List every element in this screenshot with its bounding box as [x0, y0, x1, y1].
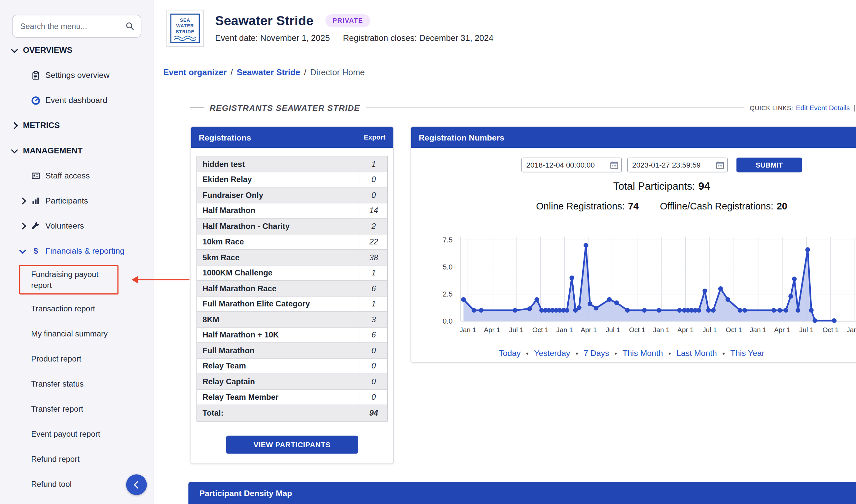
sidebar-item-transfer-report[interactable]: Transfer report — [0, 396, 153, 421]
svg-text:Apr 1: Apr 1 — [484, 326, 500, 334]
table-row-full-marathon-elite-category: Full Marathon Elite Category1 — [197, 296, 387, 312]
breadcrumb: Event organizer/Seawater Stride/Director… — [163, 68, 364, 77]
search-input[interactable] — [12, 15, 141, 38]
export-link[interactable]: Export — [364, 133, 386, 141]
svg-text:$: $ — [34, 247, 38, 255]
calendar-icon[interactable] — [607, 161, 621, 169]
row-label: 8KM — [197, 312, 360, 327]
date-from-input[interactable] — [522, 161, 607, 169]
svg-text:Jan 1: Jan 1 — [556, 326, 573, 334]
breadcrumb-seawater-stride[interactable]: Seawater Stride — [237, 68, 300, 77]
row-value: 22 — [360, 234, 387, 249]
offline-registrations-value: 20 — [777, 200, 787, 212]
svg-text:Apr 1: Apr 1 — [677, 326, 694, 334]
bars-icon — [31, 196, 40, 205]
row-label: hidden test — [197, 156, 360, 171]
row-label: Full Marathon — [197, 343, 360, 358]
table-row-8km: 8KM3 — [197, 312, 387, 327]
table-row-hidden-test: hidden test1 — [197, 156, 387, 172]
row-value: 0 — [360, 359, 387, 373]
wrench-icon — [31, 221, 40, 230]
event-logo: SEA WATER STRIDE — [167, 10, 203, 47]
chevron-down-icon — [19, 247, 26, 254]
row-value: 0 — [360, 374, 387, 389]
submit-button[interactable]: SUBMIT — [736, 158, 802, 173]
annotation-arrow — [132, 276, 189, 283]
row-value: 38 — [360, 250, 387, 265]
sidebar-item-metrics[interactable]: METRICS — [0, 113, 153, 138]
sidebar-collapse-button[interactable] — [126, 474, 147, 495]
registrations-chart: 0.02.55.07.5Jan 1Apr 1Jul 1Oct 1Jan 1Apr… — [425, 233, 856, 340]
range-link-this-year[interactable]: This Year — [730, 348, 764, 358]
table-row-half-marathon-10k: Half Marathon + 10K6 — [197, 327, 387, 343]
date-from-field[interactable] — [521, 158, 622, 173]
sidebar-item-participants[interactable]: Participants — [0, 188, 153, 213]
row-value: 3 — [360, 312, 387, 327]
row-value: 6 — [360, 327, 387, 342]
range-link-yesterday[interactable]: Yesterday — [534, 348, 570, 358]
search-icon[interactable] — [125, 21, 135, 31]
table-row-total: Total:94 — [197, 405, 387, 420]
svg-text:5.0: 5.0 — [443, 263, 453, 271]
table-row-relay-captain: Relay Captain0 — [197, 374, 387, 390]
table-row-1000km-challenge: 1000KM Challenge1 — [197, 265, 387, 281]
sidebar-item-volunteers[interactable]: Volunteers — [0, 213, 153, 238]
sidebar-item-overviews[interactable]: OVERVIEWS — [0, 38, 153, 63]
sidebar-item-settings-overview[interactable]: Settings overview — [0, 63, 153, 88]
sidebar-item-product-report[interactable]: Product report — [0, 346, 153, 372]
sidebar-search — [12, 15, 141, 38]
chevron-left-icon — [134, 481, 141, 488]
event-date-label: Event date: November 1, 2025 — [215, 33, 330, 43]
sidebar-item-event-payout-report[interactable]: Event payout report — [0, 421, 153, 447]
date-to-input[interactable] — [628, 161, 713, 169]
sidebar-item-transfer-status[interactable]: Transfer status — [0, 372, 153, 396]
row-value: 2 — [360, 219, 387, 234]
range-link-this-month[interactable]: This Month — [622, 348, 663, 358]
page-title: Seawater Stride — [215, 13, 313, 29]
row-value: 14 — [360, 203, 387, 218]
row-label: Total: — [197, 405, 360, 420]
range-link-today[interactable]: Today — [499, 348, 520, 358]
row-value: 6 — [360, 281, 387, 295]
svg-text:Apr 1: Apr 1 — [581, 326, 597, 334]
registration-numbers-card-title: Registration Numbers — [419, 133, 504, 142]
svg-text:Oct 1: Oct 1 — [823, 326, 839, 334]
quick-links: QUICK LINKS:Edit Event Details|Copy — [750, 104, 856, 111]
view-participants-button[interactable]: VIEW PARTICIPANTS — [226, 435, 358, 453]
svg-text:Jan 1: Jan 1 — [459, 326, 476, 334]
sidebar-item-management[interactable]: MANAGEMENT — [0, 138, 153, 163]
row-value: 94 — [360, 405, 387, 420]
quick-link-edit-event-details[interactable]: Edit Event Details — [796, 104, 850, 111]
registration-numbers-card: Registration Numbers SUBMIT — [411, 127, 856, 363]
total-participants-value: 94 — [699, 180, 711, 192]
table-row-half-marathon: Half Marathon14 — [197, 203, 387, 219]
table-row-half-marathon-race: Half Marathon Race6 — [197, 281, 387, 296]
sidebar-item-refund-report[interactable]: Refund report — [0, 447, 153, 472]
row-label: Half Marathon + 10K — [197, 327, 360, 342]
table-row-relay-team-member: Relay Team Member0 — [197, 390, 387, 405]
quick-links-label: QUICK LINKS: — [750, 105, 793, 111]
sidebar-item-event-dashboard[interactable]: Event dashboard — [0, 88, 153, 113]
range-link-last-month[interactable]: Last Month — [677, 348, 717, 358]
chevron-down-icon — [11, 46, 18, 53]
private-badge: PRIVATE — [325, 14, 370, 28]
sidebar-item-my-financial-summary[interactable]: My financial summary — [0, 321, 153, 346]
range-link-7-days[interactable]: 7 Days — [584, 348, 609, 358]
row-value: 0 — [360, 188, 387, 202]
table-row-full-marathon: Full Marathon0 — [197, 343, 387, 359]
waves-icon — [174, 35, 196, 41]
section-title: REGISTRANTS SEAWATER STRIDE — [210, 103, 360, 112]
sidebar-item-fundraising-payout-report[interactable]: Fundraising payout report — [0, 263, 153, 296]
date-to-field[interactable] — [627, 158, 727, 173]
sidebar-item-transaction-report[interactable]: Transaction report — [0, 296, 153, 321]
date-range-links: Today•Yesterday•7 Days•This Month•Last M… — [411, 348, 852, 358]
sidebar-item-financials-reporting[interactable]: $Financials & reporting — [0, 238, 153, 263]
row-label: 10km Race — [197, 234, 360, 249]
sidebar-item-staff-access[interactable]: Staff access — [0, 163, 153, 188]
calendar-icon[interactable] — [713, 161, 727, 169]
svg-text:0.0: 0.0 — [443, 317, 453, 325]
row-label: Half Marathon Race — [197, 281, 360, 295]
svg-text:Oct 1: Oct 1 — [726, 326, 742, 334]
breadcrumb-event-organizer[interactable]: Event organizer — [163, 68, 226, 77]
row-label: Half Marathon - Charity — [197, 219, 360, 234]
